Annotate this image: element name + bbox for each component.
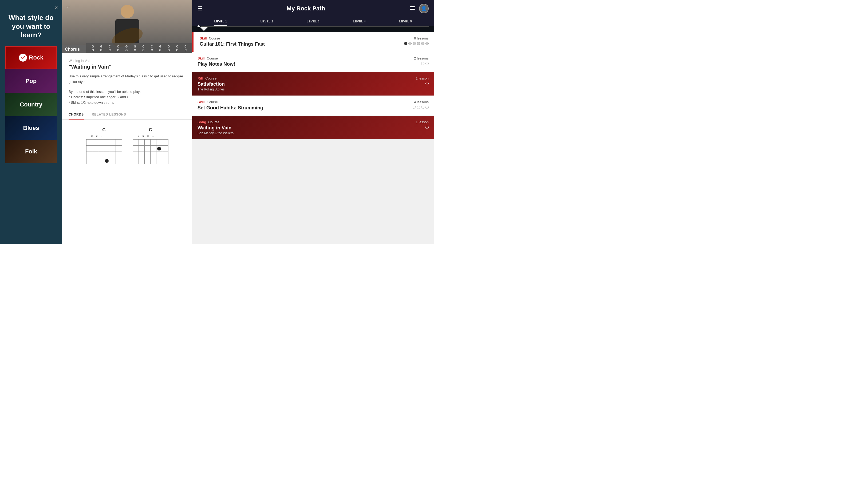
chord-string — [145, 139, 151, 145]
chord-string — [87, 146, 92, 152]
tab-chords[interactable]: CHORDS — [69, 110, 84, 120]
course-card-waitinginvain[interactable]: Song Course Waiting in Vain Bob Marley &… — [192, 116, 434, 139]
chord-string — [110, 158, 116, 164]
course-name-waitinginvain: Waiting in Vain — [197, 125, 416, 131]
lesson-title: "Waiting in Vain" — [69, 64, 186, 70]
style-item-blues[interactable]: Blues — [5, 116, 57, 140]
string-marker: ○ — [151, 134, 155, 138]
chord-string — [87, 152, 92, 158]
prog-dot — [426, 42, 429, 45]
chord-string — [92, 146, 98, 152]
level-button-5[interactable]: LEVEL 5 — [399, 20, 412, 26]
course-type-bold-waitinginvain: Song — [197, 120, 206, 124]
avatar[interactable]: 👤 — [419, 4, 429, 13]
chord-string — [116, 146, 122, 152]
progress-dots-guitar101 — [404, 42, 429, 45]
style-item-country[interactable]: Country — [5, 93, 57, 116]
finger-dot — [157, 147, 161, 151]
chord-string — [116, 158, 122, 164]
course-card-playnotes[interactable]: Skill Course Play Notes Now! 2 lessons — [192, 52, 434, 72]
string-marker: × — [146, 134, 150, 138]
course-type-row: Riff Course — [197, 76, 416, 80]
chord-string — [151, 139, 156, 145]
string-marker: ○ — [161, 134, 164, 138]
course-type-bold-guitar101: Skill — [200, 36, 207, 40]
level-button-4[interactable]: LEVEL 4 — [353, 20, 366, 26]
lessons-count-satisfaction: 1 lesson — [416, 76, 429, 80]
svg-rect-5 — [411, 9, 412, 10]
progress-dots-goodhabits — [413, 106, 429, 109]
chord-string — [98, 146, 104, 152]
chord-cell: G — [97, 48, 105, 52]
style-item-folk[interactable]: Folk — [5, 140, 57, 163]
chords-area: G × × ○ ○ — [69, 125, 186, 164]
svg-rect-1 — [410, 8, 415, 8]
style-item-rock[interactable]: Rock — [5, 46, 57, 69]
course-sub-waitinginvain: Bob Marley & the Wailers — [197, 131, 416, 135]
chord-name-c: C — [149, 128, 152, 132]
course-name-satisfaction: Satisfaction — [197, 82, 416, 87]
lesson-subtitle: Waiting in Vain — [69, 59, 186, 63]
course-card-guitar101[interactable]: Skill Course Guitar 101: First Things Fa… — [192, 32, 434, 52]
style-list: Rock Pop Country Blues Folk — [5, 46, 57, 163]
card-content-goodhabits: Skill Course Set Good Habits: Strumming — [197, 100, 413, 111]
svg-rect-2 — [410, 9, 415, 10]
chord-cell: G — [131, 45, 139, 48]
chord-cell: G — [165, 48, 173, 52]
string-marker: ○ — [105, 134, 108, 138]
chord-string — [104, 152, 110, 158]
chord-string — [87, 158, 92, 164]
course-card-goodhabits[interactable]: Skill Course Set Good Habits: Strumming … — [192, 96, 434, 116]
course-name-guitar101: Guitar 101: First Things Fast — [200, 41, 404, 47]
chord-string — [151, 152, 156, 158]
chord-cell: C — [173, 48, 181, 52]
chord-string — [116, 152, 122, 158]
chord-string — [92, 158, 98, 164]
triangle-indicator — [200, 27, 208, 31]
chord-string — [156, 152, 162, 158]
string-marker — [110, 134, 113, 138]
course-type-bold-playnotes: Skill — [197, 56, 205, 60]
chord-cell: C — [148, 48, 156, 52]
close-button[interactable]: × — [55, 4, 58, 11]
chord-grid-c — [133, 139, 168, 164]
chord-fret — [87, 152, 122, 158]
chord-cell: C — [182, 48, 189, 52]
chord-fret — [133, 139, 168, 146]
svg-rect-0 — [410, 6, 415, 7]
chord-string — [145, 146, 151, 152]
chord-string — [92, 139, 98, 145]
prog-dot — [421, 42, 424, 45]
prog-dot — [421, 62, 424, 65]
right-panel: ☰ My Rock Path 👤 LEVEL 1 LEVEL 2 LEVEL 3… — [192, 0, 434, 244]
style-item-pop[interactable]: Pop — [5, 69, 57, 93]
course-name-goodhabits: Set Good Habits: Strumming — [197, 105, 413, 111]
chord-string — [133, 146, 139, 152]
style-label-pop: Pop — [26, 78, 37, 85]
svg-rect-4 — [413, 7, 413, 9]
level-button-3[interactable]: LEVEL 3 — [307, 20, 319, 26]
level-button-2[interactable]: LEVEL 2 — [260, 20, 273, 26]
chord-string — [133, 152, 139, 158]
progress-dots-satisfaction — [426, 82, 429, 85]
left-panel: × What style do you want to learn? Rock … — [0, 0, 62, 244]
course-type-normal-waitinginvain: Course — [207, 120, 220, 124]
tab-related-lessons[interactable]: RELATED LESSONS — [92, 110, 126, 120]
level-button-1[interactable]: LEVEL 1 — [214, 20, 227, 26]
back-button[interactable]: ← — [65, 3, 71, 10]
card-content-guitar101: Skill Course Guitar 101: First Things Fa… — [197, 36, 404, 47]
check-icon — [19, 54, 27, 62]
course-type-row: Skill Course — [197, 56, 414, 60]
menu-button[interactable]: ☰ — [197, 5, 202, 12]
chord-cell: G — [89, 45, 97, 48]
left-title: What style do you want to learn? — [5, 13, 57, 39]
course-card-satisfaction[interactable]: Riff Course Satisfaction The Rolling Sto… — [192, 72, 434, 96]
chord-cell: G — [165, 45, 173, 48]
prog-dot — [413, 106, 416, 109]
string-marker: × — [142, 134, 145, 138]
chord-string — [87, 139, 92, 145]
string-marker — [156, 134, 160, 138]
course-type-row: Skill Course — [200, 36, 404, 40]
chord-string — [151, 146, 156, 152]
filter-button[interactable] — [409, 5, 415, 12]
